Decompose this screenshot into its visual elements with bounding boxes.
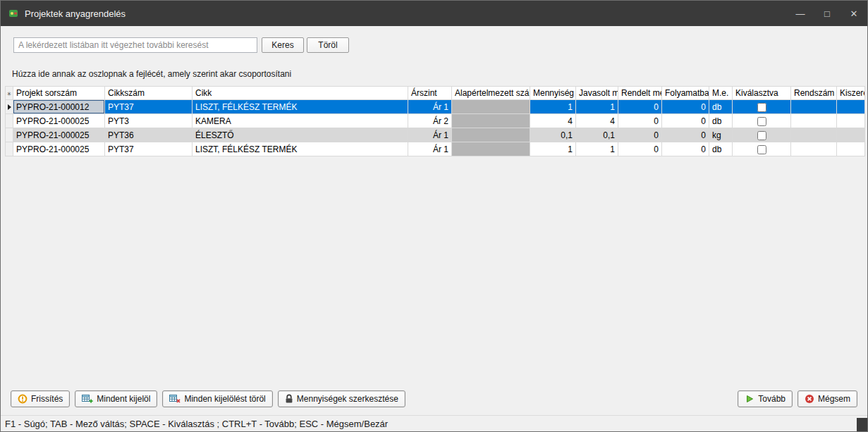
- edit-quantities-button[interactable]: Mennyiségek szerkesztése: [278, 390, 405, 407]
- cell-szallito[interactable]: [452, 128, 530, 142]
- resize-grip[interactable]: [857, 418, 867, 432]
- cell-rendszam[interactable]: [791, 142, 837, 156]
- clear-selection-grid-icon: [169, 394, 181, 404]
- clear-search-button[interactable]: Töröl: [307, 37, 349, 53]
- table-row[interactable]: PYPRO-21-000025 PYT37 LISZT, FÉLKÉSZ TER…: [6, 142, 865, 156]
- bottom-toolbar: Frissítés Mindent kijelöl: [5, 390, 863, 409]
- statusbar-hints: F1 - Súgó; TAB - Mező váltás; SPACE - Ki…: [5, 419, 388, 429]
- next-label: Tovább: [758, 394, 786, 404]
- cell-cikk[interactable]: ÉLESZTŐ: [192, 128, 408, 142]
- col-header-mennyiseg[interactable]: Mennyiség: [530, 87, 576, 100]
- cell-me[interactable]: db: [709, 142, 733, 156]
- cell-arszint[interactable]: Ár 1: [408, 100, 452, 114]
- cell-szallito[interactable]: [452, 142, 530, 156]
- cell-cikkszam[interactable]: PYT37: [105, 142, 192, 156]
- col-header-cikk[interactable]: Cikk: [192, 87, 408, 100]
- maximize-button[interactable]: □: [814, 1, 841, 26]
- cell-cikkszam[interactable]: PYT37: [105, 100, 192, 114]
- cell-szallito[interactable]: [452, 100, 530, 114]
- cell-me[interactable]: db: [709, 100, 733, 114]
- cell-projekt-sorszam[interactable]: PYPRO-21-000025: [13, 128, 105, 142]
- col-header-kiszere[interactable]: Kiszere: [837, 87, 865, 100]
- row-indicator: [6, 142, 13, 156]
- kivalasztva-checkbox[interactable]: [757, 103, 766, 112]
- cell-mennyiseg[interactable]: 0,1: [530, 128, 576, 142]
- cell-folyamatba[interactable]: 0: [662, 100, 709, 114]
- cell-rendszam[interactable]: [791, 114, 837, 128]
- kivalasztva-checkbox[interactable]: [757, 117, 766, 126]
- clear-selection-button[interactable]: Minden kijelölést töröl: [162, 390, 272, 407]
- col-header-javasolt[interactable]: Javasolt me: [576, 87, 618, 100]
- select-all-grid-icon: [82, 394, 93, 404]
- col-header-arszint[interactable]: Árszint: [408, 87, 452, 100]
- col-header-projekt-sorszam[interactable]: Projekt sorszám: [13, 87, 105, 100]
- grid-header-row: ✳ Projekt sorszám Cikkszám Cikk Árszint …: [6, 87, 865, 100]
- window-title: Projektek anyagrendelés: [25, 8, 126, 19]
- cell-projekt-sorszam[interactable]: PYPRO-21-000012: [13, 100, 105, 114]
- col-header-rendelt[interactable]: Rendelt mei: [618, 87, 662, 100]
- row-indicator: [6, 128, 13, 142]
- warning-icon: [18, 394, 27, 404]
- cancel-button[interactable]: Mégsem: [797, 390, 857, 407]
- cell-cikkszam[interactable]: PYT3: [105, 114, 192, 128]
- cell-cikk[interactable]: LISZT, FÉLKÉSZ TERMÉK: [192, 100, 408, 114]
- search-button[interactable]: Keres: [262, 37, 304, 53]
- row-indicator: [6, 114, 13, 128]
- cell-rendelt[interactable]: 0: [618, 114, 662, 128]
- cell-javasolt[interactable]: 1: [576, 142, 618, 156]
- cell-cikkszam[interactable]: PYT36: [105, 128, 192, 142]
- cell-arszint[interactable]: Ár 1: [408, 128, 452, 142]
- close-button[interactable]: ✕: [841, 1, 867, 26]
- table-row[interactable]: PYPRO-21-000025 PYT3 KAMERA Ár 2 4 4 0 0…: [6, 114, 865, 128]
- cell-folyamatba[interactable]: 0: [662, 128, 709, 142]
- refresh-button[interactable]: Frissítés: [11, 390, 70, 407]
- cell-javasolt[interactable]: 1: [576, 100, 618, 114]
- col-header-szallito[interactable]: Alapértelmezett szállí: [452, 87, 530, 100]
- cell-arszint[interactable]: Ár 1: [408, 142, 452, 156]
- select-all-label: Mindent kijelöl: [97, 394, 150, 404]
- cell-rendszam[interactable]: [791, 100, 837, 114]
- cell-kiszere[interactable]: [837, 100, 865, 114]
- cell-rendelt[interactable]: 0: [618, 128, 662, 142]
- cell-kiszere[interactable]: [837, 114, 865, 128]
- table-row[interactable]: PYPRO-21-000025 PYT36 ÉLESZTŐ Ár 1 0,1 0…: [6, 128, 865, 142]
- cell-projekt-sorszam[interactable]: PYPRO-21-000025: [13, 142, 105, 156]
- kivalasztva-checkbox[interactable]: [757, 145, 766, 154]
- cell-cikk[interactable]: KAMERA: [192, 114, 408, 128]
- kivalasztva-checkbox[interactable]: [757, 131, 766, 140]
- current-row-arrow-icon: [8, 104, 11, 110]
- search-input[interactable]: [13, 37, 257, 53]
- cell-kiszere[interactable]: [837, 128, 865, 142]
- select-all-button[interactable]: Mindent kijelöl: [75, 390, 157, 407]
- selector-glyph: ✳: [7, 91, 12, 97]
- col-header-cikkszam[interactable]: Cikkszám: [105, 87, 192, 100]
- row-selector-header: ✳: [6, 87, 13, 100]
- cell-kivalasztva: [733, 114, 791, 128]
- col-header-rendszam[interactable]: Rendszám: [791, 87, 837, 100]
- cell-folyamatba[interactable]: 0: [662, 142, 709, 156]
- cell-me[interactable]: db: [709, 114, 733, 128]
- cell-cikk[interactable]: LISZT, FÉLKÉSZ TERMÉK: [192, 142, 408, 156]
- orders-grid[interactable]: ✳ Projekt sorszám Cikkszám Cikk Árszint …: [5, 86, 865, 156]
- cell-javasolt[interactable]: 4: [576, 114, 618, 128]
- cell-szallito[interactable]: [452, 114, 530, 128]
- cell-javasolt[interactable]: 0,1: [576, 128, 618, 142]
- cell-kiszere[interactable]: [837, 142, 865, 156]
- cell-me[interactable]: kg: [709, 128, 733, 142]
- cell-rendelt[interactable]: 0: [618, 100, 662, 114]
- cell-mennyiseg[interactable]: 1: [530, 100, 576, 114]
- col-header-me[interactable]: M.e.: [709, 87, 733, 100]
- cell-rendelt[interactable]: 0: [618, 142, 662, 156]
- cell-mennyiseg[interactable]: 4: [530, 114, 576, 128]
- cell-arszint[interactable]: Ár 2: [408, 114, 452, 128]
- minimize-button[interactable]: —: [787, 1, 814, 26]
- cell-mennyiseg[interactable]: 1: [530, 142, 576, 156]
- col-header-folyamatba[interactable]: Folyamatba: [662, 87, 709, 100]
- cell-rendszam[interactable]: [791, 128, 837, 142]
- cell-projekt-sorszam[interactable]: PYPRO-21-000025: [13, 114, 105, 128]
- cell-folyamatba[interactable]: 0: [662, 114, 709, 128]
- next-button[interactable]: Tovább: [738, 390, 793, 407]
- col-header-kivalasztva[interactable]: Kiválasztva: [733, 87, 791, 100]
- table-row[interactable]: PYPRO-21-000012 PYT37 LISZT, FÉLKÉSZ TER…: [6, 100, 865, 114]
- window-controls: — □ ✕: [787, 1, 867, 26]
